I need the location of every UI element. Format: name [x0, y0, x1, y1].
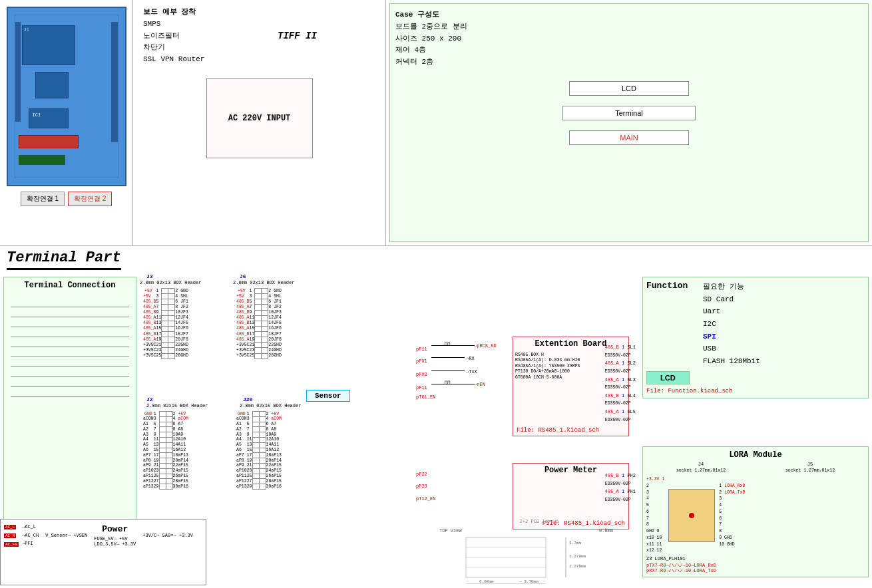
- svg-text:→ 3.70mm: → 3.70mm: [519, 579, 539, 584]
- pf11-label: pF11: [416, 347, 427, 352]
- pf22-label: pF22: [416, 472, 427, 477]
- func-spi: SPI: [703, 331, 760, 343]
- case-buttons: LCD Terminal MAIN: [395, 81, 863, 145]
- ac-input-label: AC 220V INPUT: [228, 114, 291, 123]
- j6-desc: 2.0mm 02x13 BOX Header: [233, 280, 294, 285]
- lora-tx-rx: pTX7→R8→/\/\/→10→LORA_RxD pRX7→R9→/\/\/→…: [646, 563, 865, 573]
- board-info-area: TIFF II 보드 에부 장착 SMPS 노이즈필터 차단기 SSL VPN …: [133, 0, 386, 245]
- board-info-breaker: 차단기: [143, 42, 375, 54]
- board-info-title: 보드 에부 장착: [143, 7, 375, 17]
- lora-z3-desc: LORA_PLH101: [655, 556, 686, 561]
- expand-buttons: 확장연결 1 확장연결 2: [21, 192, 112, 206]
- function-file: File: Function.kicad_sch: [646, 388, 865, 394]
- pcb-chip-3: IC1: [29, 108, 69, 128]
- lora-box: LORA Module J4 J5 socket 1.27mm,01x12 so…: [642, 446, 869, 577]
- rx-label: →RX: [466, 356, 475, 361]
- pf12-label: pFX1: [416, 359, 427, 364]
- j3-connector: +5V12GND +5V34SHL 485_B56JF1 485_A78JF2 …: [143, 288, 188, 359]
- pcb-connector: [19, 135, 79, 148]
- function-lcd-btn[interactable]: LCD: [646, 371, 690, 384]
- wire2: [458, 345, 475, 346]
- j3-desc: 2.0mm 02x13 BOX Header: [140, 280, 201, 285]
- board-info-smps: SMPS: [143, 19, 375, 31]
- j2-connector: GND12+5V aCON34aCOM A156A7 A278A8 A3910A…: [143, 411, 188, 490]
- pm-right-labels: 485_B 1 PH2 ED350V-02P 485_A 1 PH1 ED350…: [605, 472, 636, 504]
- wire3: [431, 357, 465, 358]
- wire6: [458, 384, 475, 384]
- pcb-chip-1: J1: [22, 25, 75, 65]
- j20-label: J20: [243, 396, 252, 402]
- pcb-inner: J1 IC1: [15, 15, 118, 178]
- top-section: J1 IC1 확장연결 1 확장연결 2 TIFF II: [0, 0, 872, 246]
- svg-text:6.60mm: 6.60mm: [479, 579, 494, 584]
- j20-desc: 2.0mm 02x15 BOX Header: [240, 403, 301, 408]
- case-line2: 사이즈 250 x 200: [395, 33, 863, 45]
- lora-descs: socket 1.27mm,01x12 socket 1.27mm,01x12: [646, 468, 865, 473]
- func-needed: 필요한 기능: [703, 281, 760, 293]
- j20-connector: GND12+5V aCON34aCOM A156A7 A278A8 A3910A…: [236, 411, 282, 490]
- lora-content: +3.3V 1 2 3 4 5 6 7 8 GHD 9 x10 10: [646, 476, 865, 554]
- function-content: Function 필요한 기능 SD Card Uart I2C SPI USB…: [646, 281, 865, 368]
- board-info-noise: 노이즈필터: [143, 31, 375, 43]
- power-left-labels: AC_L AC_N AC_F0: [4, 523, 19, 548]
- func-flash: FLASH 128Mbit: [703, 355, 760, 368]
- j2-label: J2: [146, 396, 153, 402]
- j3-label: J3: [146, 273, 153, 279]
- svg-text:1.270mm: 1.270mm: [569, 564, 586, 569]
- power-fuse: FUSE_5V→ +5V LDO_3.5V→ +3.3V: [94, 536, 136, 547]
- case-area: Case 구성도 보드를 2중으로 분리 사이즈 250 x 200 제어 4층…: [389, 3, 869, 242]
- rs485-right-labels: 485_B 1 SL1 ED350V-02P 485_A 1 SL2 ED350…: [605, 343, 636, 424]
- terminal-part-title: Terminal Part: [7, 249, 121, 270]
- lora-pins-left: +3.3V 1 2 3 4 5 6 7 8 GHD 9 x10 10: [646, 476, 664, 554]
- j6-connector: +5V12GND +5V34SHL 485_B56JF1 485_A78JF2 …: [236, 288, 282, 359]
- terminal-conn-title: Terminal Connection: [7, 281, 132, 290]
- main-button[interactable]: MAIN: [569, 130, 689, 145]
- lcd-button[interactable]: LCD: [569, 81, 689, 96]
- terminal-header: Terminal Part: [0, 246, 872, 273]
- func-uart: Uart: [703, 305, 760, 318]
- tx-label: →TxX: [466, 369, 477, 374]
- pcb-pins-left: [15, 22, 21, 122]
- power-title: Power: [94, 524, 136, 534]
- lora-pins-right: 1 LORA_RxD 2 LORA_TxD 3 4 5 6 7 8 9 GHD …: [719, 483, 745, 548]
- power-vsensor: V_Sensor→ +VSEN: [45, 533, 87, 538]
- func-sdcard: SD Card: [703, 293, 760, 306]
- power-right: +3V/C→ 5A0=→ +3.3V: [142, 533, 193, 538]
- pcb-board: J1 IC1: [7, 7, 126, 186]
- pt61-label: pT61_EN: [416, 394, 435, 400]
- case-line4: 커넥터 2층: [395, 57, 863, 69]
- rs485-file: File: RS485_1.kicad_sch: [517, 427, 599, 434]
- pcb-layout-label: 2+2 PCB layout: [433, 519, 646, 524]
- power-mid-labels: →AC_L →AC_CH →PFI: [22, 523, 39, 548]
- r21-label: ⊓⊓: [445, 341, 450, 347]
- wire4: [431, 370, 465, 371]
- pf13-label: pFX2: [416, 372, 427, 377]
- pcb-area: J1 IC1 확장연결 1 확장연결 2: [0, 0, 133, 245]
- j6-label: J6: [240, 273, 246, 279]
- tiff-label: TIFF II: [278, 31, 317, 41]
- en-label: →nEN: [474, 382, 485, 387]
- lora-z3-label: Z3: [646, 556, 652, 561]
- expand-btn-1[interactable]: 확장연결 1: [21, 192, 65, 206]
- terminal-button[interactable]: Terminal: [562, 106, 696, 120]
- expand-btn-2[interactable]: 확장연결 2: [68, 192, 112, 206]
- function-lcd-btn-wrap: LCD: [646, 371, 865, 384]
- power-title-block: Power FUSE_5V→ +5V LDO_3.5V→ +3.3V: [94, 524, 136, 547]
- svg-text:3.7mm: 3.7mm: [569, 541, 581, 545]
- svg-text:TOP VIEW: TOP VIEW: [439, 528, 462, 533]
- ac-input-box: AC 220V INPUT: [206, 78, 313, 158]
- j5-desc: socket 1.27mm,01x12: [785, 468, 835, 473]
- pf14-label: pF11: [416, 385, 427, 390]
- lora-title: LORA Module: [646, 450, 865, 460]
- cs-label: →pRCS_5D: [474, 343, 497, 349]
- case-line1: 보드를 2중으로 분리: [395, 21, 863, 33]
- pcb-pins-right: [111, 22, 118, 142]
- j4-desc: socket 1.27mm,01x12: [676, 468, 726, 473]
- pf23-label: pF23: [416, 484, 427, 489]
- power-content: AC_L AC_N AC_F0 →AC_L →AC_CH →PFI V_Sens…: [4, 523, 202, 548]
- sensor-box: Sensor: [306, 390, 350, 402]
- function-box: Function 필요한 기능 SD Card Uart I2C SPI USB…: [642, 277, 869, 398]
- case-line3: 제어 4층: [395, 45, 863, 57]
- func-usb: USB: [703, 343, 760, 355]
- lora-dot: [689, 513, 694, 518]
